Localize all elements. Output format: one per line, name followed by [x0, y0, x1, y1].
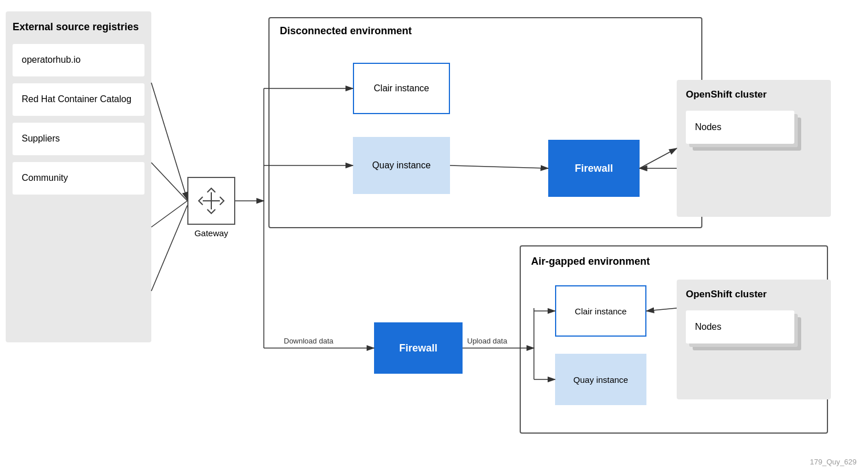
diagram-container: External source registries operatorhub.i…	[0, 0, 868, 473]
disconnected-env-title: Disconnected environment	[280, 25, 412, 37]
firewall-disconnected: Firewall	[548, 140, 640, 197]
openshift-cluster-bottom: OpenShift cluster Nodes	[677, 280, 831, 399]
quay-instance-disconnected: Quay instance	[353, 137, 450, 194]
list-item: operatorhub.io	[13, 44, 144, 76]
nodes-box-top: Nodes	[686, 111, 794, 144]
list-item: Suppliers	[13, 123, 144, 155]
list-item: Community	[13, 162, 144, 195]
gateway-box	[187, 177, 235, 225]
nodes-stack-bottom: Nodes	[686, 310, 794, 343]
nodes-box-bottom: Nodes	[686, 310, 794, 343]
openshift-cluster-top: OpenShift cluster Nodes	[677, 80, 831, 217]
clair-instance-disconnected: Clair instance	[353, 63, 450, 114]
list-item: Red Hat Container Catalog	[13, 83, 144, 116]
download-data-label: Download data	[284, 337, 333, 345]
upload-data-label: Upload data	[467, 337, 507, 345]
gateway-label: Gateway	[187, 228, 235, 238]
svg-line-7	[151, 205, 187, 291]
airgapped-env-title: Air-gapped environment	[531, 256, 650, 268]
clair-instance-airgapped: Clair instance	[555, 285, 646, 337]
external-registries-box: External source registries operatorhub.i…	[6, 11, 151, 342]
external-registries-title: External source registries	[13, 21, 144, 34]
openshift-top-title: OpenShift cluster	[686, 89, 822, 100]
svg-line-6	[151, 201, 187, 227]
openshift-bottom-title: OpenShift cluster	[686, 289, 822, 300]
firewall-airgapped: Firewall	[374, 322, 463, 374]
svg-line-4	[151, 83, 187, 200]
nodes-stack-top: Nodes	[686, 111, 794, 144]
quay-instance-airgapped: Quay instance	[555, 354, 646, 405]
gateway-icon	[197, 187, 226, 215]
svg-line-5	[151, 163, 187, 201]
watermark: 179_Quy_629	[810, 458, 857, 466]
